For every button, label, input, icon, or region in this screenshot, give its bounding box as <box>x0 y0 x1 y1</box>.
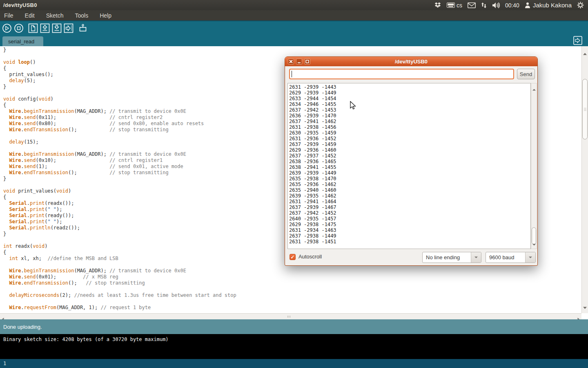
volume-icon[interactable] <box>492 2 500 9</box>
minimize-icon <box>297 60 301 63</box>
serial-monitor-button[interactable] <box>78 23 88 33</box>
console-text: Binary sketch size: 4208 bytes (of a 307… <box>3 337 169 342</box>
serial-scrollbar[interactable] <box>531 83 537 249</box>
user-icon <box>525 2 530 9</box>
serial-scroll-down-arrow[interactable] <box>532 240 536 247</box>
status-bar: Done uploading. <box>0 319 588 334</box>
line-number: 1 <box>3 361 6 366</box>
serial-output-text: 2631 -2939 -1443 2629 -2939 -1449 2633 -… <box>288 83 530 245</box>
baud-rate-value: 9600 baud <box>486 254 525 260</box>
dropbox-icon[interactable] <box>434 2 441 9</box>
window-title: /dev/ttyUSB0 <box>3 2 37 8</box>
serial-monitor-titlebar[interactable]: /dev/ttyUSB0 <box>285 57 537 66</box>
tab-strip: serial_read <box>0 35 588 46</box>
baud-rate-dropdown[interactable]: 9600 baud <box>486 252 536 263</box>
tab-menu-button[interactable] <box>573 36 583 45</box>
autoscroll-checkbox[interactable]: ✓ <box>290 254 296 260</box>
send-button[interactable]: Send <box>517 69 535 79</box>
menu-edit[interactable]: Edit <box>19 10 40 20</box>
scroll-up-arrow[interactable] <box>583 49 587 57</box>
network-icon[interactable] <box>481 2 487 9</box>
serial-monitor-title: /dev/ttyUSB0 <box>395 58 428 65</box>
line-ending-value: No line ending <box>423 254 471 260</box>
serial-scroll-up-arrow[interactable] <box>532 85 536 92</box>
mouse-cursor <box>350 101 356 112</box>
session-indicator[interactable]: Jakub Kakona <box>525 2 572 9</box>
toolbar <box>0 20 588 35</box>
scroll-down-arrow[interactable] <box>583 303 587 311</box>
gear-icon[interactable] <box>577 2 584 9</box>
build-console: Binary sketch size: 4208 bytes (of a 307… <box>0 334 588 359</box>
status-message: Done uploading. <box>3 324 42 330</box>
menu-help[interactable]: Help <box>94 10 117 20</box>
clock[interactable]: 00:40 <box>505 2 519 9</box>
tab-serial-read[interactable]: serial_read <box>2 36 43 46</box>
stop-button[interactable] <box>14 23 24 33</box>
upload-button[interactable] <box>64 23 74 33</box>
menu-tools[interactable]: Tools <box>69 10 94 20</box>
text-caret <box>292 71 292 77</box>
tab-label: serial_read <box>8 38 34 45</box>
new-sketch-button[interactable] <box>28 23 38 33</box>
editor-vertical-scrollbar[interactable] <box>581 46 588 313</box>
serial-input[interactable] <box>289 69 514 79</box>
top-panel: /dev/ttyUSB0 cs 00:40 Jakub Kakona <box>0 0 588 10</box>
keyboard-icon <box>447 2 455 8</box>
desktop: /dev/ttyUSB0 cs 00:40 Jakub Kakona <box>0 0 588 368</box>
close-icon <box>289 60 293 63</box>
editor-scrollbar-thumb[interactable] <box>582 79 588 139</box>
close-button[interactable] <box>288 58 294 65</box>
serial-output[interactable]: 2631 -2939 -1443 2629 -2939 -1449 2633 -… <box>287 83 531 249</box>
editor-horizontal-scrollbar[interactable] <box>0 313 581 319</box>
menu-bar: File Edit Sketch Tools Help <box>0 10 588 20</box>
open-sketch-button[interactable] <box>40 23 50 33</box>
chevron-down-icon <box>529 256 532 258</box>
chevron-down-icon <box>474 256 478 258</box>
username: Jakub Kakona <box>533 2 572 9</box>
baud-rate-arrow[interactable] <box>525 252 535 263</box>
autoscroll-label: Autoscroll <box>298 254 322 260</box>
serial-monitor-controls: ✓ Autoscroll No line ending 9600 baud <box>285 252 537 265</box>
serial-monitor-window: /dev/ttyUSB0 Send 2631 -2939 -1443 2629 … <box>285 56 538 266</box>
menu-sketch[interactable]: Sketch <box>40 10 69 20</box>
menu-file[interactable]: File <box>0 10 19 20</box>
maximize-button[interactable] <box>304 58 310 65</box>
minimize-button[interactable] <box>296 58 302 65</box>
mail-icon[interactable] <box>468 2 476 8</box>
system-tray: cs 00:40 Jakub Kakona <box>434 0 588 10</box>
maximize-icon <box>305 60 309 63</box>
verify-button[interactable] <box>2 23 12 33</box>
keyboard-indicator[interactable]: cs <box>447 2 462 9</box>
line-ending-dropdown[interactable]: No line ending <box>422 252 481 263</box>
line-ending-arrow[interactable] <box>471 252 481 263</box>
keyboard-layout-label: cs <box>457 2 462 9</box>
footer-bar: 1 <box>0 359 588 368</box>
save-sketch-button[interactable] <box>52 23 62 33</box>
